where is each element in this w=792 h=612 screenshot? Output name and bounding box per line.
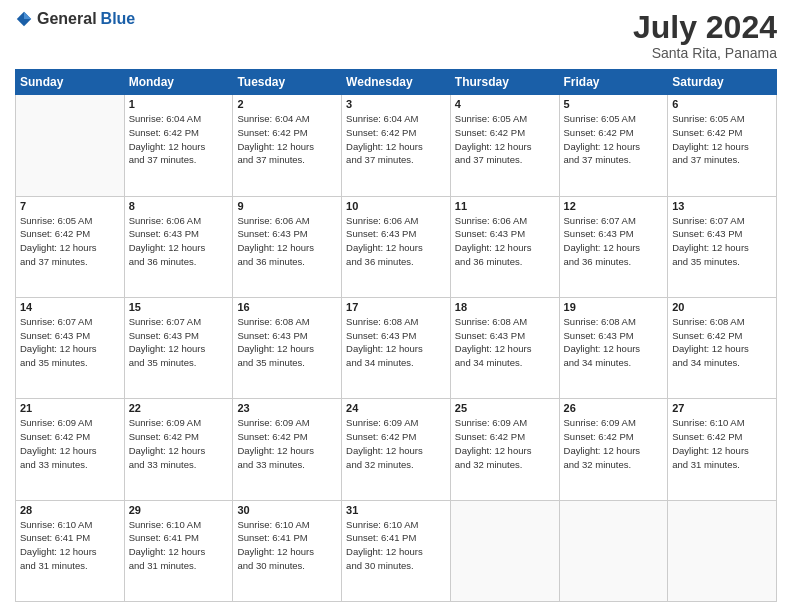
day-number: 4 (455, 98, 555, 110)
day-info: Sunrise: 6:05 AMSunset: 6:42 PMDaylight:… (672, 112, 772, 167)
day-number: 13 (672, 200, 772, 212)
day-number: 14 (20, 301, 120, 313)
calendar-cell: 7Sunrise: 6:05 AMSunset: 6:42 PMDaylight… (16, 196, 125, 297)
day-number: 16 (237, 301, 337, 313)
calendar-cell: 27Sunrise: 6:10 AMSunset: 6:42 PMDayligh… (668, 399, 777, 500)
day-info: Sunrise: 6:10 AMSunset: 6:41 PMDaylight:… (237, 518, 337, 573)
day-info: Sunrise: 6:07 AMSunset: 6:43 PMDaylight:… (20, 315, 120, 370)
calendar-cell: 4Sunrise: 6:05 AMSunset: 6:42 PMDaylight… (450, 95, 559, 196)
day-number: 30 (237, 504, 337, 516)
day-info: Sunrise: 6:04 AMSunset: 6:42 PMDaylight:… (346, 112, 446, 167)
day-header-tuesday: Tuesday (233, 70, 342, 95)
day-header-monday: Monday (124, 70, 233, 95)
calendar-cell: 21Sunrise: 6:09 AMSunset: 6:42 PMDayligh… (16, 399, 125, 500)
day-number: 27 (672, 402, 772, 414)
location: Santa Rita, Panama (633, 45, 777, 61)
day-header-thursday: Thursday (450, 70, 559, 95)
day-number: 23 (237, 402, 337, 414)
calendar-cell: 26Sunrise: 6:09 AMSunset: 6:42 PMDayligh… (559, 399, 668, 500)
calendar-cell: 20Sunrise: 6:08 AMSunset: 6:42 PMDayligh… (668, 297, 777, 398)
calendar-cell: 25Sunrise: 6:09 AMSunset: 6:42 PMDayligh… (450, 399, 559, 500)
calendar-week-2: 7Sunrise: 6:05 AMSunset: 6:42 PMDaylight… (16, 196, 777, 297)
calendar-cell: 28Sunrise: 6:10 AMSunset: 6:41 PMDayligh… (16, 500, 125, 601)
day-info: Sunrise: 6:07 AMSunset: 6:43 PMDaylight:… (129, 315, 229, 370)
day-number: 6 (672, 98, 772, 110)
calendar-week-4: 21Sunrise: 6:09 AMSunset: 6:42 PMDayligh… (16, 399, 777, 500)
day-number: 22 (129, 402, 229, 414)
day-number: 1 (129, 98, 229, 110)
day-number: 2 (237, 98, 337, 110)
day-info: Sunrise: 6:05 AMSunset: 6:42 PMDaylight:… (564, 112, 664, 167)
day-number: 28 (20, 504, 120, 516)
day-number: 19 (564, 301, 664, 313)
calendar: SundayMondayTuesdayWednesdayThursdayFrid… (15, 69, 777, 602)
calendar-week-1: 1Sunrise: 6:04 AMSunset: 6:42 PMDaylight… (16, 95, 777, 196)
page: General Blue July 2024 Santa Rita, Panam… (0, 0, 792, 612)
calendar-cell: 10Sunrise: 6:06 AMSunset: 6:43 PMDayligh… (342, 196, 451, 297)
day-info: Sunrise: 6:07 AMSunset: 6:43 PMDaylight:… (672, 214, 772, 269)
calendar-cell: 23Sunrise: 6:09 AMSunset: 6:42 PMDayligh… (233, 399, 342, 500)
title-block: July 2024 Santa Rita, Panama (633, 10, 777, 61)
calendar-cell: 17Sunrise: 6:08 AMSunset: 6:43 PMDayligh… (342, 297, 451, 398)
calendar-cell: 16Sunrise: 6:08 AMSunset: 6:43 PMDayligh… (233, 297, 342, 398)
day-info: Sunrise: 6:07 AMSunset: 6:43 PMDaylight:… (564, 214, 664, 269)
logo-general: General (37, 10, 97, 28)
day-info: Sunrise: 6:09 AMSunset: 6:42 PMDaylight:… (20, 416, 120, 471)
day-header-saturday: Saturday (668, 70, 777, 95)
day-info: Sunrise: 6:06 AMSunset: 6:43 PMDaylight:… (455, 214, 555, 269)
day-info: Sunrise: 6:08 AMSunset: 6:43 PMDaylight:… (564, 315, 664, 370)
month-year: July 2024 (633, 10, 777, 45)
day-info: Sunrise: 6:10 AMSunset: 6:41 PMDaylight:… (20, 518, 120, 573)
calendar-cell: 3Sunrise: 6:04 AMSunset: 6:42 PMDaylight… (342, 95, 451, 196)
day-info: Sunrise: 6:10 AMSunset: 6:42 PMDaylight:… (672, 416, 772, 471)
day-info: Sunrise: 6:10 AMSunset: 6:41 PMDaylight:… (346, 518, 446, 573)
calendar-cell: 15Sunrise: 6:07 AMSunset: 6:43 PMDayligh… (124, 297, 233, 398)
day-info: Sunrise: 6:08 AMSunset: 6:43 PMDaylight:… (346, 315, 446, 370)
day-number: 17 (346, 301, 446, 313)
calendar-cell: 29Sunrise: 6:10 AMSunset: 6:41 PMDayligh… (124, 500, 233, 601)
day-info: Sunrise: 6:09 AMSunset: 6:42 PMDaylight:… (455, 416, 555, 471)
day-info: Sunrise: 6:09 AMSunset: 6:42 PMDaylight:… (564, 416, 664, 471)
day-number: 8 (129, 200, 229, 212)
day-number: 10 (346, 200, 446, 212)
calendar-cell (559, 500, 668, 601)
calendar-cell: 11Sunrise: 6:06 AMSunset: 6:43 PMDayligh… (450, 196, 559, 297)
calendar-cell: 19Sunrise: 6:08 AMSunset: 6:43 PMDayligh… (559, 297, 668, 398)
calendar-cell: 24Sunrise: 6:09 AMSunset: 6:42 PMDayligh… (342, 399, 451, 500)
calendar-cell: 14Sunrise: 6:07 AMSunset: 6:43 PMDayligh… (16, 297, 125, 398)
day-info: Sunrise: 6:09 AMSunset: 6:42 PMDaylight:… (129, 416, 229, 471)
calendar-cell: 9Sunrise: 6:06 AMSunset: 6:43 PMDaylight… (233, 196, 342, 297)
day-info: Sunrise: 6:09 AMSunset: 6:42 PMDaylight:… (346, 416, 446, 471)
calendar-cell: 13Sunrise: 6:07 AMSunset: 6:43 PMDayligh… (668, 196, 777, 297)
calendar-cell: 18Sunrise: 6:08 AMSunset: 6:43 PMDayligh… (450, 297, 559, 398)
svg-marker-1 (24, 12, 31, 19)
day-info: Sunrise: 6:04 AMSunset: 6:42 PMDaylight:… (129, 112, 229, 167)
day-info: Sunrise: 6:08 AMSunset: 6:43 PMDaylight:… (455, 315, 555, 370)
day-number: 21 (20, 402, 120, 414)
day-number: 18 (455, 301, 555, 313)
day-info: Sunrise: 6:10 AMSunset: 6:41 PMDaylight:… (129, 518, 229, 573)
calendar-cell (16, 95, 125, 196)
day-info: Sunrise: 6:06 AMSunset: 6:43 PMDaylight:… (346, 214, 446, 269)
day-number: 31 (346, 504, 446, 516)
day-info: Sunrise: 6:06 AMSunset: 6:43 PMDaylight:… (237, 214, 337, 269)
calendar-cell: 31Sunrise: 6:10 AMSunset: 6:41 PMDayligh… (342, 500, 451, 601)
day-number: 25 (455, 402, 555, 414)
day-info: Sunrise: 6:09 AMSunset: 6:42 PMDaylight:… (237, 416, 337, 471)
day-info: Sunrise: 6:08 AMSunset: 6:42 PMDaylight:… (672, 315, 772, 370)
calendar-cell: 1Sunrise: 6:04 AMSunset: 6:42 PMDaylight… (124, 95, 233, 196)
logo-icon (15, 10, 33, 28)
calendar-header-row: SundayMondayTuesdayWednesdayThursdayFrid… (16, 70, 777, 95)
day-number: 20 (672, 301, 772, 313)
logo: General Blue (15, 10, 135, 28)
calendar-week-5: 28Sunrise: 6:10 AMSunset: 6:41 PMDayligh… (16, 500, 777, 601)
logo-blue: Blue (101, 10, 136, 28)
calendar-week-3: 14Sunrise: 6:07 AMSunset: 6:43 PMDayligh… (16, 297, 777, 398)
day-number: 3 (346, 98, 446, 110)
day-number: 12 (564, 200, 664, 212)
day-header-sunday: Sunday (16, 70, 125, 95)
calendar-cell: 5Sunrise: 6:05 AMSunset: 6:42 PMDaylight… (559, 95, 668, 196)
day-number: 26 (564, 402, 664, 414)
day-number: 29 (129, 504, 229, 516)
calendar-cell: 30Sunrise: 6:10 AMSunset: 6:41 PMDayligh… (233, 500, 342, 601)
